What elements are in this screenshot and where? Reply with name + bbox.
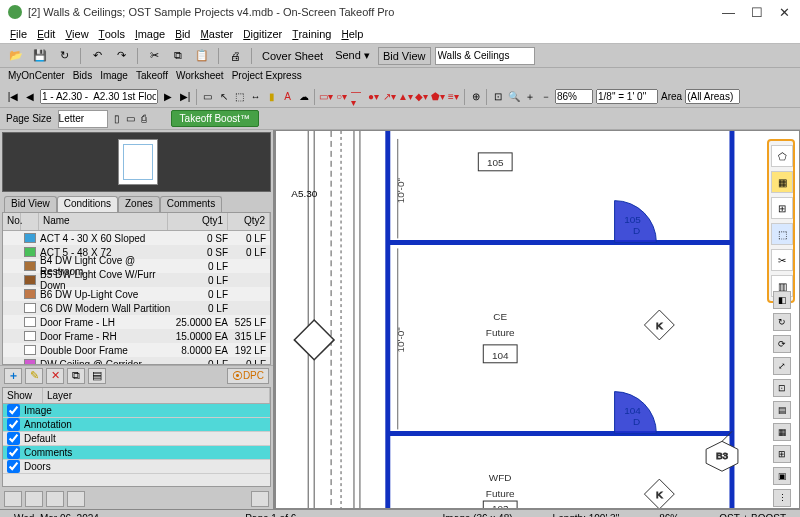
zoom-out-icon[interactable]: － <box>539 89 552 105</box>
layer-checkbox[interactable] <box>7 460 20 473</box>
left-tab-zones[interactable]: Zones <box>118 196 160 212</box>
vt8-icon[interactable]: ⊞ <box>773 445 791 463</box>
text-tool-icon[interactable]: A <box>281 89 294 105</box>
pointer-tool-icon[interactable]: ↖ <box>217 89 230 105</box>
poly-select-icon[interactable]: ⬠ <box>771 145 793 167</box>
cloud-tool-icon[interactable]: ☁ <box>297 89 310 105</box>
menu-help[interactable]: Help <box>341 28 363 40</box>
vt1-icon[interactable]: ◧ <box>773 291 791 309</box>
close-button[interactable]: ✕ <box>779 5 790 20</box>
zoom-in-icon[interactable]: ＋ <box>523 89 536 105</box>
condition-row[interactable]: Door Frame - RH15.0000 EA315 LF <box>3 329 270 343</box>
condition-row[interactable]: B6 DW Up-Light Cove0 LF <box>3 287 270 301</box>
scale-combo[interactable] <box>596 89 658 104</box>
page-select[interactable] <box>40 89 158 104</box>
condition-row[interactable]: B5 DW Light Cove W/Furr Down0 LF <box>3 273 270 287</box>
layer-del-button[interactable] <box>46 491 64 507</box>
vt9-icon[interactable]: ▣ <box>773 467 791 485</box>
vt5-icon[interactable]: ⊡ <box>773 379 791 397</box>
layer-checkbox[interactable] <box>7 418 20 431</box>
bidview-button[interactable]: Bid View <box>378 47 431 65</box>
paste-icon[interactable]: 📋 <box>192 47 212 65</box>
edit-condition-button[interactable]: ✎ <box>25 368 43 384</box>
layer-checkbox[interactable] <box>7 446 20 459</box>
menu-edit[interactable]: Edit <box>37 28 55 40</box>
layer-row[interactable]: Doors <box>3 460 270 474</box>
layer-props-button[interactable] <box>67 491 85 507</box>
menu-master[interactable]: Master <box>200 28 233 40</box>
select-tool-icon[interactable]: ▭ <box>201 89 214 105</box>
condition-row[interactable]: Double Door Frame8.0000 EA192 LF <box>3 343 270 357</box>
last-page-icon[interactable]: ▶| <box>178 88 192 106</box>
vt4-icon[interactable]: ⤢ <box>773 357 791 375</box>
grid-icon[interactable]: ⊞ <box>771 197 793 219</box>
menu-tools[interactable]: Tools <box>99 28 125 40</box>
menu-bid[interactable]: Bid <box>175 28 190 40</box>
menu-digitizer[interactable]: Digitizer <box>243 28 282 40</box>
zoom-region-icon[interactable]: 🔍 <box>507 89 520 105</box>
undo-icon[interactable]: ↶ <box>87 47 107 65</box>
drawing-canvas[interactable]: 105 D 104 D A5.30 10'-0" 10'-0" 105 CE <box>275 130 800 509</box>
vt2-icon[interactable]: ↻ <box>773 313 791 331</box>
shape4-icon[interactable]: ●▾ <box>367 89 380 105</box>
vt10-icon[interactable]: ⋮ <box>773 489 791 507</box>
tab-project express[interactable]: Project Express <box>232 70 302 86</box>
menu-view[interactable]: View <box>65 28 88 40</box>
layer-checkbox[interactable] <box>7 432 20 445</box>
left-tab-bid-view[interactable]: Bid View <box>4 196 57 212</box>
zoom-actual-icon[interactable]: ⊡ <box>491 89 504 105</box>
cover-sheet-button[interactable]: Cover Sheet <box>258 47 327 65</box>
vt7-icon[interactable]: ▦ <box>773 423 791 441</box>
highlight-tool-icon[interactable]: ▮ <box>265 89 278 105</box>
layer-collapse-button[interactable] <box>251 491 269 507</box>
condition-row[interactable]: ACT 4 - 30 X 60 Sloped0 SF0 LF <box>3 231 270 245</box>
vt6-icon[interactable]: ▤ <box>773 401 791 419</box>
shape5-icon[interactable]: ↗▾ <box>383 89 396 105</box>
tab-myoncenter[interactable]: MyOnCenter <box>8 70 65 86</box>
cut-icon[interactable]: ✂ <box>144 47 164 65</box>
minimize-button[interactable]: — <box>722 5 735 20</box>
print-icon[interactable]: 🖨 <box>225 47 245 65</box>
delete-condition-button[interactable]: ✕ <box>46 368 64 384</box>
next-page-icon[interactable]: ▶ <box>161 88 175 106</box>
props-condition-button[interactable]: ▤ <box>88 368 106 384</box>
menu-training[interactable]: Training <box>292 28 331 40</box>
cut-tool-icon[interactable]: ✂ <box>771 249 793 271</box>
shape8-icon[interactable]: ⬟▾ <box>431 89 444 105</box>
layer-copy-button[interactable] <box>25 491 43 507</box>
zoom-combo[interactable] <box>555 89 593 104</box>
thumbnail-strip[interactable] <box>2 132 271 192</box>
sheet-combo[interactable] <box>435 47 535 65</box>
copy-icon[interactable]: ⧉ <box>168 47 188 65</box>
first-page-icon[interactable]: |◀ <box>6 88 20 106</box>
condition-row[interactable]: Door Frame - LH25.0000 EA525 LF <box>3 315 270 329</box>
layer-row[interactable]: Annotation <box>3 418 270 432</box>
refresh-icon[interactable]: ↻ <box>54 47 74 65</box>
rect-select-icon[interactable]: ▦ <box>771 171 793 193</box>
tab-bids[interactable]: Bids <box>73 70 92 86</box>
condition-row[interactable]: C6 DW Modern Wall Partition0 LF <box>3 301 270 315</box>
shape7-icon[interactable]: ◆▾ <box>415 89 428 105</box>
tab-takeoff[interactable]: Takeoff <box>136 70 168 86</box>
area-combo[interactable] <box>685 89 740 104</box>
copy-condition-button[interactable]: ⧉ <box>67 368 85 384</box>
shape2-icon[interactable]: ○▾ <box>335 89 348 105</box>
add-condition-button[interactable]: ＋ <box>4 368 22 384</box>
pagesize-combo[interactable] <box>58 110 108 128</box>
tab-image[interactable]: Image <box>100 70 128 86</box>
redo-icon[interactable]: ↷ <box>111 47 131 65</box>
note-tool-icon[interactable]: ⬚ <box>233 89 246 105</box>
shape6-icon[interactable]: ▲▾ <box>399 89 412 105</box>
menu-image[interactable]: Image <box>135 28 165 40</box>
layer-row[interactable]: Image <box>3 404 270 418</box>
left-tab-conditions[interactable]: Conditions <box>57 196 118 212</box>
shape3-icon[interactable]: —▾ <box>351 89 364 105</box>
layer-row[interactable]: Comments <box>3 446 270 460</box>
shape9-icon[interactable]: ≡▾ <box>447 89 460 105</box>
dim-tool-icon[interactable]: ↔ <box>249 89 262 105</box>
dpc-button[interactable]: ⦿ DPC <box>227 368 269 384</box>
open-icon[interactable]: 📂 <box>6 47 26 65</box>
vt3-icon[interactable]: ⟳ <box>773 335 791 353</box>
shape1-icon[interactable]: ▭▾ <box>319 89 332 105</box>
layer-add-button[interactable] <box>4 491 22 507</box>
